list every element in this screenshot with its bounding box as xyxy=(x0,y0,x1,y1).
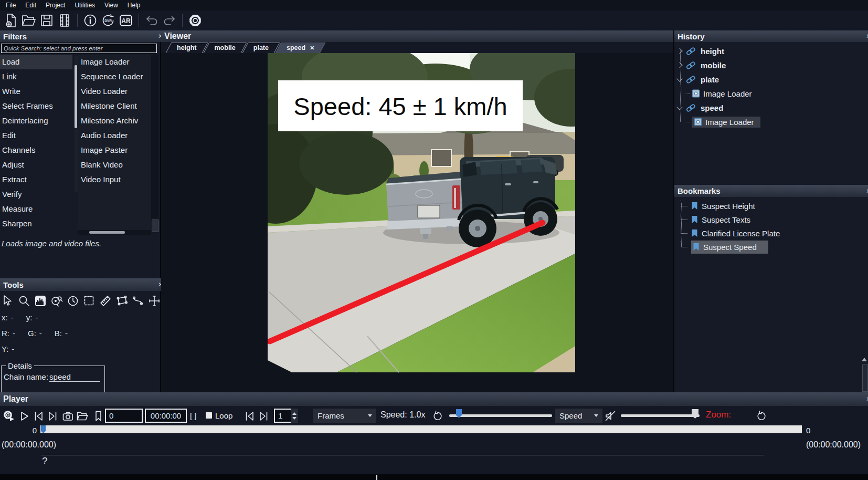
play-button[interactable] xyxy=(17,409,30,423)
history-filter-image-loader[interactable]: Image Loader xyxy=(674,87,868,100)
filter-category-write[interactable]: Write xyxy=(0,84,72,99)
expand-arrow-icon[interactable] xyxy=(676,48,682,54)
frame-step-input[interactable]: 1 xyxy=(274,409,292,423)
convert-dvr-button[interactable]: DVR xyxy=(99,12,117,29)
filter-category-measure[interactable]: Measure xyxy=(0,202,72,216)
scroll-up-icon[interactable] xyxy=(862,358,867,361)
filter-category-deinterlacing[interactable]: Deinterlacing xyxy=(0,113,72,128)
audio-source-dropdown[interactable]: Speed xyxy=(555,409,602,423)
scrollbar-thumb[interactable] xyxy=(89,231,125,234)
inspector-tool-button[interactable] xyxy=(50,294,63,308)
snapshot-button[interactable] xyxy=(61,409,75,423)
bookmark-suspect-speed[interactable]: Suspect Speed xyxy=(674,241,868,253)
jump-to-end-button[interactable] xyxy=(257,409,271,423)
bookmark-suspect-texts[interactable]: Suspect Texts xyxy=(674,213,868,226)
filter-items-hscrollbar[interactable] xyxy=(78,230,151,235)
menu-item-help[interactable]: Help xyxy=(123,1,145,9)
filter-category-sharpen[interactable]: Sharpen xyxy=(0,216,72,231)
video-file-button[interactable] xyxy=(56,12,73,29)
timer-tool-button[interactable] xyxy=(66,294,80,308)
filter-category-adjust[interactable]: Adjust xyxy=(0,158,72,172)
frame-number-input[interactable]: 0 xyxy=(105,409,143,423)
quick-search-input[interactable] xyxy=(1,44,157,53)
new-project-button[interactable] xyxy=(2,12,20,29)
filter-item-video-input[interactable]: Video Input xyxy=(78,172,151,187)
collapse-arrow-icon[interactable] xyxy=(676,104,682,110)
expand-arrow-icon[interactable] xyxy=(676,62,682,68)
range-selection-button[interactable]: [ ] xyxy=(190,411,197,420)
tab-height[interactable]: height xyxy=(168,43,205,53)
volume-slider[interactable] xyxy=(621,414,700,417)
reset-zoom-button[interactable] xyxy=(754,409,768,423)
filter-category-extract[interactable]: Extract xyxy=(0,172,72,187)
curve-tool-button[interactable] xyxy=(131,294,145,308)
open-media-button[interactable] xyxy=(76,409,89,423)
filter-item-sequence-loader[interactable]: Sequence Loader xyxy=(78,69,151,84)
polygon-tool-button[interactable] xyxy=(115,294,129,308)
filter-item-image-paster[interactable]: Image Paster xyxy=(78,143,151,158)
loop-checkbox[interactable] xyxy=(206,412,212,419)
filter-category-edit[interactable]: Edit xyxy=(0,128,72,143)
info-button[interactable] xyxy=(81,12,99,29)
tab-close-icon[interactable]: ✕ xyxy=(310,45,314,51)
mute-button[interactable] xyxy=(604,409,617,423)
frame-step-spinner[interactable] xyxy=(291,409,298,423)
undo-button[interactable] xyxy=(143,12,161,29)
history-close-icon[interactable]: ✕ xyxy=(866,33,868,40)
scrollbar-thumb[interactable] xyxy=(152,220,158,232)
filter-category-verify[interactable]: Verify xyxy=(0,187,72,202)
menu-item-utilities[interactable]: Utilities xyxy=(70,1,100,9)
filter-category-link[interactable]: Link xyxy=(0,69,72,84)
filter-item-video-loader[interactable]: Video Loader xyxy=(78,84,151,99)
ruler-tool-button[interactable] xyxy=(99,294,112,308)
jump-to-start-button[interactable] xyxy=(242,409,256,423)
timecode-input[interactable]: 00:00:00 xyxy=(145,409,187,423)
speed-slider[interactable] xyxy=(449,414,552,417)
filter-item-audio-loader[interactable]: Audio Loader xyxy=(78,128,151,143)
filter-items-scrollbar[interactable] xyxy=(151,55,158,232)
save-project-button[interactable] xyxy=(38,12,56,29)
history-chain-speed[interactable]: speed xyxy=(674,101,868,114)
filter-item-image-loader[interactable]: Image Loader xyxy=(78,55,151,69)
history-chain-height[interactable]: height xyxy=(674,44,868,58)
zoom-tool-button[interactable] xyxy=(17,294,31,308)
history-filter-image-loader[interactable]: Image Loader xyxy=(674,115,868,129)
tab-plate[interactable]: plate xyxy=(245,43,277,53)
filter-item-blank-video[interactable]: Blank Video xyxy=(78,158,151,172)
crosshair-tool-button[interactable] xyxy=(147,294,161,308)
menu-item-view[interactable]: View xyxy=(100,1,123,9)
filter-category-select-frames[interactable]: Select Frames xyxy=(0,99,72,113)
filter-item-milestone-client[interactable]: Milestone Client xyxy=(78,99,151,113)
player-settings-button[interactable] xyxy=(2,409,16,423)
menu-item-edit[interactable]: Edit xyxy=(20,1,41,9)
settings-button[interactable] xyxy=(186,12,204,29)
previous-frame-button[interactable] xyxy=(31,409,45,423)
cursor-tool-button[interactable] xyxy=(1,294,15,308)
player-close-icon[interactable]: ✕ xyxy=(866,395,868,403)
spinner-up-icon[interactable] xyxy=(292,412,297,415)
tab-speed[interactable]: speed✕ xyxy=(278,43,323,53)
menu-item-project[interactable]: Project xyxy=(41,1,70,9)
history-chain-mobile[interactable]: mobile xyxy=(674,58,868,72)
add-bookmark-button[interactable] xyxy=(91,409,105,423)
scrollbar-thumb[interactable] xyxy=(862,364,868,392)
amped-replay-button[interactable]: AR xyxy=(117,12,135,29)
filter-item-milestone-archiv[interactable]: Milestone Archiv xyxy=(78,113,151,128)
open-project-button[interactable] xyxy=(20,12,38,29)
history-chain-plate[interactable]: plate xyxy=(674,72,868,86)
unit-dropdown[interactable]: Frames xyxy=(313,409,376,423)
timeline-track[interactable] xyxy=(40,425,802,433)
redo-button[interactable] xyxy=(161,12,178,29)
histogram-tool-button[interactable] xyxy=(34,294,47,308)
selection-tool-button[interactable] xyxy=(82,294,96,308)
viewer-canvas[interactable]: Speed: 45 ± 1 km/h xyxy=(268,53,575,392)
scrollbar-thumb[interactable] xyxy=(75,65,77,128)
filter-category-load[interactable]: Load xyxy=(0,55,72,69)
filter-category-channels[interactable]: Channels xyxy=(0,143,72,158)
collapse-arrow-icon[interactable] xyxy=(676,76,682,81)
bookmark-clarified-license-plate[interactable]: Clarified License Plate xyxy=(674,227,868,239)
volume-slider-handle[interactable] xyxy=(692,409,698,419)
chain-name-input[interactable]: speed xyxy=(49,372,100,382)
spinner-down-icon[interactable] xyxy=(292,417,297,420)
reset-speed-button[interactable] xyxy=(430,409,444,423)
